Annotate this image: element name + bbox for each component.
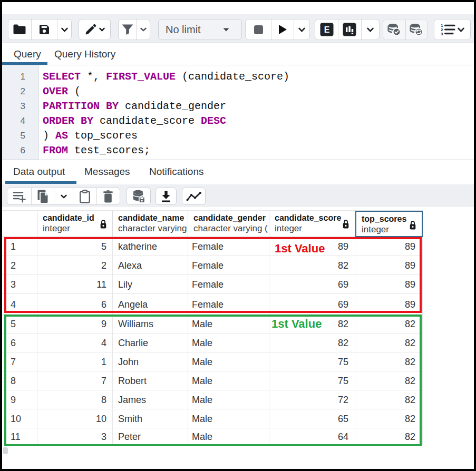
- svg-text:E: E: [324, 25, 329, 34]
- svg-text:3: 3: [441, 32, 443, 36]
